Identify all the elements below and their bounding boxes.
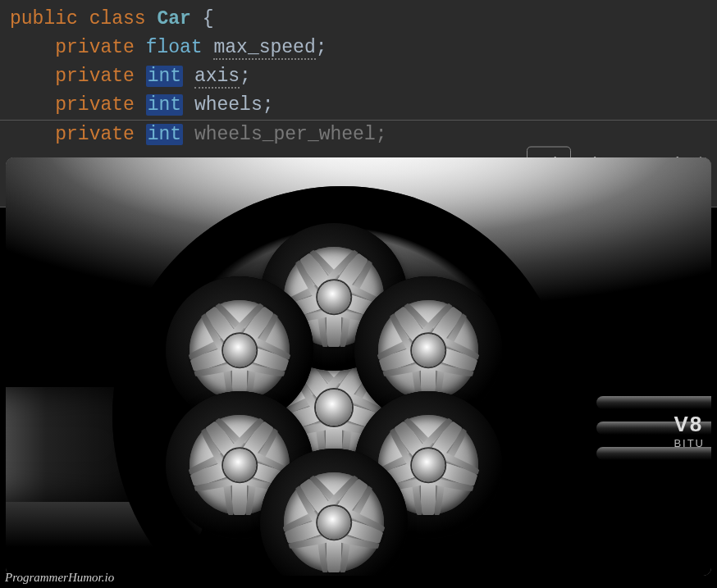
type-int: int xyxy=(146,66,183,87)
watermark: ProgrammerHumor.io xyxy=(5,571,114,585)
open-brace: { xyxy=(203,8,214,30)
field-max-speed: max_speed xyxy=(213,37,315,60)
meme-photo: V8 BITU xyxy=(6,157,711,576)
code-line-4: private int wheels; xyxy=(0,91,717,120)
field-wheels: wheels xyxy=(194,94,263,116)
code-editor: public class Car { private float max_spe… xyxy=(0,0,717,151)
field-axis: axis xyxy=(194,66,240,89)
code-line-1: public class Car { xyxy=(0,5,717,34)
type-int: int xyxy=(146,94,183,116)
keyword-private: private xyxy=(55,37,135,58)
badge-line2: BITU xyxy=(674,437,705,449)
keyword-public: public xyxy=(10,8,78,30)
code-line-2: private float max_speed; xyxy=(0,34,717,62)
keyword-private: private xyxy=(55,66,135,87)
keyword-private: private xyxy=(55,124,135,145)
keyword-private: private xyxy=(55,94,135,116)
car-badge: V8 BITU xyxy=(674,412,705,449)
class-name: Car xyxy=(157,8,190,30)
badge-line1: V8 xyxy=(674,412,705,437)
suggestion-identifier: wheels_per_wheel xyxy=(194,124,376,145)
type-int: int xyxy=(146,124,183,145)
code-line-3: private int axis; xyxy=(0,62,717,91)
type-float: float xyxy=(146,37,203,58)
keyword-class: class xyxy=(89,8,146,30)
